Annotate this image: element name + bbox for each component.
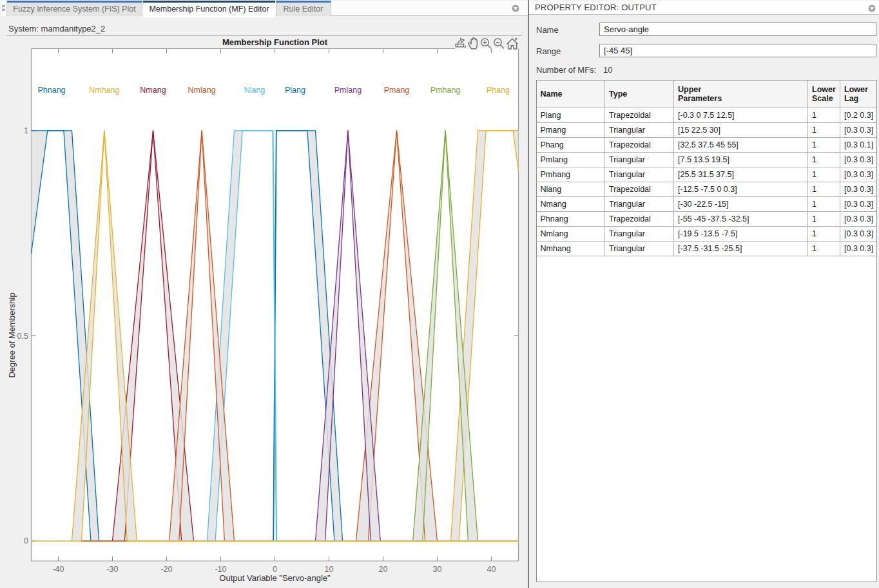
svg-text:-20: -20 <box>160 565 172 574</box>
svg-text:Phnang: Phnang <box>37 86 65 95</box>
svg-text:Output Variable "Servo-angle": Output Variable "Servo-angle" <box>219 573 331 583</box>
svg-text:Nlang: Nlang <box>244 86 266 95</box>
svg-text:40: 40 <box>487 565 496 574</box>
svg-text:Pmang: Pmang <box>384 86 410 95</box>
svg-text:20: 20 <box>379 565 388 574</box>
svg-text:Nmang: Nmang <box>140 86 166 95</box>
svg-text:Plang: Plang <box>285 86 305 95</box>
svg-text:0: 0 <box>24 536 28 545</box>
svg-text:1: 1 <box>24 126 28 135</box>
svg-text:0.5: 0.5 <box>17 332 28 341</box>
svg-text:Nmhang: Nmhang <box>89 86 119 95</box>
svg-text:Pmhang: Pmhang <box>430 86 461 95</box>
svg-text:-30: -30 <box>106 565 118 574</box>
svg-text:30: 30 <box>433 565 442 574</box>
svg-text:Nmlang: Nmlang <box>188 86 216 95</box>
svg-text:-40: -40 <box>52 565 64 574</box>
svg-text:Phang: Phang <box>487 86 510 95</box>
svg-text:Pmlang: Pmlang <box>334 86 362 95</box>
svg-text:Degree of Membership: Degree of Membership <box>7 292 17 377</box>
svg-text:Membership Function Plot: Membership Function Plot <box>222 37 328 47</box>
